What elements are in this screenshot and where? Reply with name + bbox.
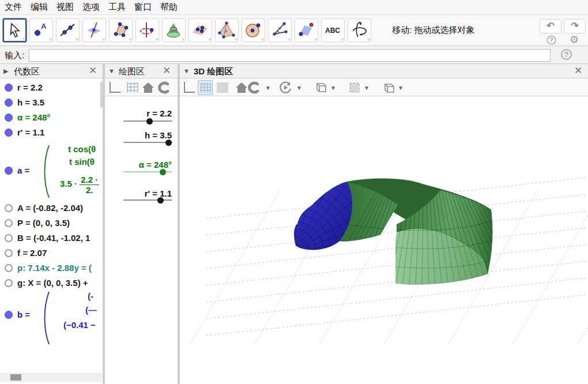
plane-icon[interactable] bbox=[215, 80, 230, 95]
magnet-icon[interactable] bbox=[246, 80, 261, 95]
scrollbar-thumb[interactable] bbox=[10, 374, 21, 381]
collapse-down-icon[interactable]: ▼ bbox=[108, 67, 115, 74]
tool-transform-button[interactable]: ▿ bbox=[295, 18, 318, 42]
grid-icon[interactable] bbox=[125, 80, 140, 95]
horizontal-scrollbar[interactable] bbox=[0, 372, 102, 382]
tool-dropdown-caret[interactable]: ▿ bbox=[288, 37, 291, 42]
slider-rprime-thumb[interactable] bbox=[157, 197, 164, 204]
object-dot[interactable] bbox=[5, 204, 13, 212]
magnet-dropdown-icon[interactable]: ▼ bbox=[265, 85, 271, 91]
tool-intersect-button[interactable]: ▿ bbox=[82, 18, 106, 42]
algebra-item[interactable]: r' = 1.1 bbox=[17, 127, 44, 137]
tool-dropdown-caret[interactable]: ▿ bbox=[209, 37, 211, 42]
axes-icon[interactable] bbox=[182, 80, 197, 95]
tool-line-button[interactable]: ▿ bbox=[56, 18, 80, 42]
slider-h-label[interactable]: h = 3.5 bbox=[105, 130, 172, 140]
tool-dropdown-caret[interactable]: ▿ bbox=[156, 37, 158, 42]
object-dot[interactable] bbox=[5, 279, 13, 287]
view3d-close-icon[interactable]: ✕ bbox=[572, 65, 585, 77]
projection-dropdown-icon[interactable]: ▼ bbox=[398, 85, 404, 91]
object-dot[interactable] bbox=[5, 311, 13, 319]
view-direction-icon[interactable] bbox=[312, 80, 327, 95]
tool-point-button[interactable]: A ▿ bbox=[29, 18, 53, 42]
axes-icon[interactable] bbox=[107, 80, 122, 95]
tool-text-button[interactable]: ABC ▿ bbox=[321, 18, 345, 42]
menu-window[interactable]: 窗口 bbox=[134, 2, 152, 13]
tool-dropdown-caret[interactable]: ▿ bbox=[368, 37, 370, 42]
algebra-item[interactable]: P = (0, 0, 3.5) bbox=[17, 218, 70, 228]
menu-tools[interactable]: 工具 bbox=[108, 2, 126, 13]
tool-dropdown-caret[interactable]: ▿ bbox=[341, 37, 344, 42]
graphics-close-icon[interactable]: ✕ bbox=[160, 65, 173, 77]
algebra-item[interactable]: α = 248° bbox=[17, 112, 50, 122]
object-dot[interactable] bbox=[5, 99, 13, 107]
tool-polygon-button[interactable]: ▿ bbox=[109, 18, 133, 42]
matrix-a-name[interactable]: a = bbox=[17, 165, 29, 175]
slider-rprime-track[interactable] bbox=[123, 199, 172, 201]
algebra-item[interactable]: A = (-0.82, -2.04) bbox=[17, 203, 83, 213]
tool-rotate-view-button[interactable]: ▿ bbox=[348, 18, 371, 42]
matrix-b-name[interactable]: b = bbox=[17, 310, 30, 319]
menu-file[interactable]: 文件 bbox=[5, 2, 22, 13]
slider-r-thumb[interactable] bbox=[146, 118, 153, 125]
view-direction-dropdown-icon[interactable]: ▼ bbox=[330, 85, 336, 91]
tool-pyramid-button[interactable]: ▿ bbox=[215, 18, 239, 42]
vertical-scrollbar[interactable] bbox=[100, 81, 103, 108]
menu-view[interactable]: 视图 bbox=[56, 2, 74, 13]
tool-angle-button[interactable]: α ▿ bbox=[268, 18, 292, 42]
algebra-item[interactable]: p: 7.14x - 2.88y = ( bbox=[17, 263, 92, 273]
magnet-icon[interactable] bbox=[156, 80, 171, 95]
projection-icon[interactable] bbox=[380, 80, 395, 95]
clipping-box-icon[interactable] bbox=[347, 80, 362, 95]
collapse-right-icon[interactable]: ▶ bbox=[3, 67, 8, 75]
object-dot[interactable] bbox=[5, 264, 13, 272]
slider-alpha-label[interactable]: α = 248° bbox=[105, 160, 172, 170]
algebra-item[interactable]: h = 3.5 bbox=[17, 97, 44, 107]
clipping-dropdown-icon[interactable]: ▼ bbox=[364, 85, 370, 91]
tool-dropdown-caret[interactable]: ▿ bbox=[129, 37, 131, 42]
object-dot[interactable] bbox=[5, 249, 13, 257]
tool-dropdown-caret[interactable]: ▿ bbox=[315, 37, 317, 42]
home-icon[interactable] bbox=[141, 80, 156, 95]
object-dot[interactable] bbox=[5, 219, 13, 227]
slider-r-label[interactable]: r = 2.2 bbox=[105, 108, 172, 118]
algebra-item[interactable]: r = 2.2 bbox=[17, 82, 43, 92]
slider-h-thumb[interactable] bbox=[165, 140, 172, 146]
object-dot[interactable] bbox=[5, 129, 13, 137]
tool-dropdown-caret[interactable]: ▿ bbox=[103, 37, 105, 42]
algebra-item[interactable]: f = 2.07 bbox=[17, 248, 47, 258]
menu-edit[interactable]: 编辑 bbox=[31, 2, 48, 13]
object-dot[interactable] bbox=[5, 114, 13, 122]
collapse-down-icon[interactable]: ▼ bbox=[183, 67, 190, 74]
grid-icon[interactable] bbox=[198, 80, 213, 95]
3d-canvas[interactable] bbox=[180, 96, 588, 384]
menu-help[interactable]: 帮助 bbox=[160, 2, 178, 13]
tool-dropdown-caret[interactable]: ▿ bbox=[76, 37, 78, 42]
help-icon[interactable]: ? bbox=[546, 35, 556, 44]
tool-circle-axis-button[interactable]: ▿ bbox=[135, 18, 159, 42]
rotate-dropdown-icon[interactable]: ▼ bbox=[296, 85, 302, 91]
slider-alpha-thumb[interactable] bbox=[160, 169, 166, 175]
command-input[interactable] bbox=[29, 49, 551, 62]
algebra-close-icon[interactable]: ✕ bbox=[86, 65, 99, 77]
tool-sphere-button[interactable]: ▿ bbox=[242, 18, 265, 42]
tool-cone-button[interactable]: ▿ bbox=[162, 18, 186, 42]
object-dot[interactable] bbox=[5, 167, 13, 175]
tool-plane-points-button[interactable]: ▿ bbox=[189, 18, 212, 42]
redo-button[interactable]: ↷ bbox=[564, 19, 586, 33]
algebra-item[interactable]: B = (-0.41, -1.02, 1 bbox=[17, 233, 90, 243]
tool-dropdown-caret[interactable]: ▿ bbox=[22, 36, 25, 42]
object-dot[interactable] bbox=[5, 234, 13, 242]
object-dot[interactable] bbox=[5, 84, 13, 92]
tool-dropdown-caret[interactable]: ▿ bbox=[235, 37, 238, 42]
tool-move-button[interactable]: ▿ bbox=[3, 18, 27, 42]
tool-dropdown-caret[interactable]: ▿ bbox=[262, 37, 264, 42]
settings-gear-icon[interactable]: ⚙ bbox=[570, 33, 579, 46]
tool-dropdown-caret[interactable]: ▿ bbox=[50, 37, 52, 42]
menu-options[interactable]: 选项 bbox=[82, 2, 100, 13]
undo-button[interactable]: ↶ bbox=[540, 19, 561, 33]
input-help-icon[interactable]: ? bbox=[561, 49, 572, 60]
rotate-scene-icon[interactable] bbox=[278, 80, 293, 95]
algebra-item[interactable]: g: X = (0, 0, 3.5) + bbox=[17, 278, 88, 288]
tool-dropdown-caret[interactable]: ▿ bbox=[182, 37, 184, 42]
